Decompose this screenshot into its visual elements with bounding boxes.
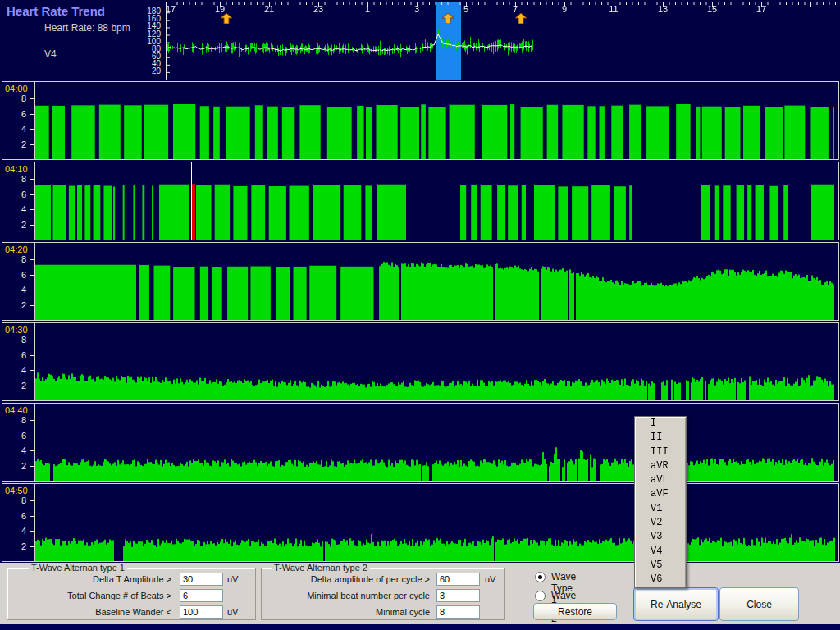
- wave-type-1-radio[interactable]: [535, 572, 546, 582]
- strip-row-0450: 04:50 8642: [2, 483, 839, 562]
- strip-y-tick: 8: [6, 94, 34, 104]
- hr-trend-plot[interactable]: [167, 2, 838, 80]
- minimal-beat-number-label: Minimal beat number per cycle: [262, 591, 430, 600]
- lead-option-iii[interactable]: III: [635, 445, 686, 459]
- twa-type1-title: T-Wave Alternan type 1: [29, 563, 127, 573]
- strip-time-label: 04:00: [5, 84, 28, 94]
- lead-option-avf[interactable]: aVF: [635, 487, 686, 501]
- lead-option-ii[interactable]: II: [635, 431, 686, 445]
- total-change-beats-input[interactable]: [180, 589, 223, 602]
- strip-row-0400: 04:00 8642: [2, 81, 839, 160]
- hr-x-tick-label: 23: [313, 4, 323, 14]
- strip-plot-0400[interactable]: [35, 82, 838, 159]
- hr-x-tick-label: 5: [463, 4, 468, 14]
- strip-axis-0400: 04:00 8642: [2, 82, 35, 159]
- strip-y-tick: 2: [6, 462, 34, 472]
- hr-x-tick-label: 13: [658, 4, 668, 14]
- event-marker-arrow-icon[interactable]: [442, 12, 454, 27]
- lead-option-v3[interactable]: V3: [635, 530, 686, 544]
- strip-plot-0420[interactable]: [35, 243, 838, 320]
- lead-selector-list[interactable]: IIIIIIaVRaVLaVFV1V2V3V4V5V6: [634, 416, 687, 588]
- minimal-beat-number-input[interactable]: [436, 589, 480, 602]
- parameter-panel: T-Wave Alternan type 1 Delta T Amplitude…: [0, 563, 840, 624]
- minimal-cycle-label: Minimal cycle: [262, 607, 430, 617]
- twa-type1-groupbox: T-Wave Alternan type 1 Delta T Amplitude…: [7, 568, 256, 620]
- strip-y-tick: 2: [6, 381, 34, 391]
- strip-y-tick: 6: [6, 431, 34, 441]
- lead-option-v4[interactable]: V4: [635, 545, 686, 559]
- total-change-beats-label: Total Change # of Beats >: [7, 591, 171, 600]
- strip-y-tick: 6: [6, 110, 34, 120]
- strip-row-0440: 04:40 8642: [2, 403, 839, 482]
- strip-y-tick: 8: [6, 255, 34, 265]
- lead-option-v6[interactable]: V6: [635, 573, 686, 587]
- delta-amplitude-per-cycle-label: Delta amplitude of per cycle >: [262, 574, 430, 584]
- page-title: Heart Rate Trend: [7, 4, 105, 18]
- lead-option-v5[interactable]: V5: [635, 559, 686, 573]
- baseline-wander-label: Baseline Wander <: [7, 607, 171, 617]
- hr-x-tick-label: 3: [414, 4, 419, 14]
- hr-x-tick-label: 21: [264, 4, 274, 14]
- hr-x-tick-label: 11: [609, 4, 618, 14]
- reanalyse-button[interactable]: Re-Analyse: [633, 587, 719, 621]
- strip-y-tick: 4: [6, 125, 34, 135]
- lead-option-v1[interactable]: V1: [635, 502, 686, 516]
- minimal-cycle-input[interactable]: [436, 605, 480, 619]
- hr-x-tick-label: 1: [365, 4, 370, 14]
- strip-y-tick: 4: [6, 205, 34, 215]
- delta-t-amplitude-unit: uV: [227, 574, 238, 584]
- event-marker-arrow-icon[interactable]: [221, 12, 232, 27]
- strip-y-tick: 2: [6, 221, 34, 231]
- hr-chart-y-axis: 18016014012010080604020: [136, 2, 162, 79]
- strip-axis-0450: 04:50 8642: [2, 484, 35, 561]
- strip-plot-0410[interactable]: [35, 162, 838, 240]
- strip-axis-0420: 04:20 8642: [2, 243, 35, 320]
- event-marker-arrow-icon[interactable]: [515, 12, 527, 27]
- strip-time-label: 04:50: [5, 486, 28, 495]
- strip-y-tick: 8: [6, 336, 34, 345]
- strip-y-tick: 8: [6, 175, 34, 185]
- lead-option-avr[interactable]: aVR: [635, 459, 686, 473]
- wave-type-2-radio[interactable]: [535, 591, 546, 601]
- strip-y-tick: 4: [6, 446, 34, 456]
- twa-type2-title: T-Wave Alternan type 2: [272, 563, 370, 573]
- hr-x-tick-label: 17: [756, 4, 766, 14]
- lead-option-i[interactable]: I: [635, 417, 686, 431]
- strip-plot-0450[interactable]: [35, 484, 838, 561]
- delta-amplitude-per-cycle-input[interactable]: [436, 573, 480, 586]
- hr-x-tick-label: 15: [707, 4, 717, 14]
- strip-y-tick: 6: [6, 351, 34, 361]
- baseline-wander-input[interactable]: [180, 605, 223, 619]
- close-button[interactable]: Close: [719, 587, 799, 621]
- strip-row-0420: 04:20 8642: [2, 242, 839, 321]
- strip-y-tick: 6: [6, 512, 34, 522]
- strip-time-label: 04:30: [5, 325, 28, 335]
- strip-y-tick: 2: [6, 140, 34, 150]
- hr-y-tick-label: 20: [136, 67, 161, 75]
- twa-analysis-window: { "header": { "title": "Heart Rate Trend…: [0, 0, 840, 630]
- current-lead-label: V4: [44, 48, 57, 60]
- strip-y-tick: 4: [6, 285, 34, 295]
- strip-plot-0440[interactable]: [35, 404, 838, 481]
- strip-row-0430: 04:30 8642: [2, 322, 839, 401]
- strip-y-tick: 6: [6, 190, 34, 200]
- heart-rate-trend-chart[interactable]: 171921231357911131517: [166, 2, 838, 80]
- hr-x-tick-label: 9: [562, 4, 567, 14]
- strip-plot-0430[interactable]: [35, 323, 838, 400]
- heart-rate-value: Heart Rate: 88 bpm: [44, 22, 130, 34]
- delta-t-amplitude-input[interactable]: [180, 573, 223, 586]
- lead-option-v2[interactable]: V2: [635, 516, 686, 530]
- lead-option-avl[interactable]: aVL: [635, 473, 686, 487]
- strip-axis-0440: 04:40 8642: [2, 404, 35, 481]
- strip-time-label: 04:40: [5, 405, 28, 415]
- baseline-wander-unit: uV: [227, 607, 238, 617]
- strip-y-tick: 2: [6, 542, 34, 552]
- bottom-border-strip: [0, 624, 840, 630]
- strip-row-0410: 04:10 8642: [2, 162, 839, 240]
- hr-x-tick-label: 17: [166, 4, 176, 14]
- strip-y-tick: 2: [6, 301, 34, 311]
- delta-t-amplitude-label: Delta T Amplitude >: [7, 574, 171, 584]
- restore-button[interactable]: Restore: [533, 603, 617, 620]
- strip-time-label: 04:20: [5, 244, 28, 254]
- strip-y-tick: 4: [6, 527, 34, 536]
